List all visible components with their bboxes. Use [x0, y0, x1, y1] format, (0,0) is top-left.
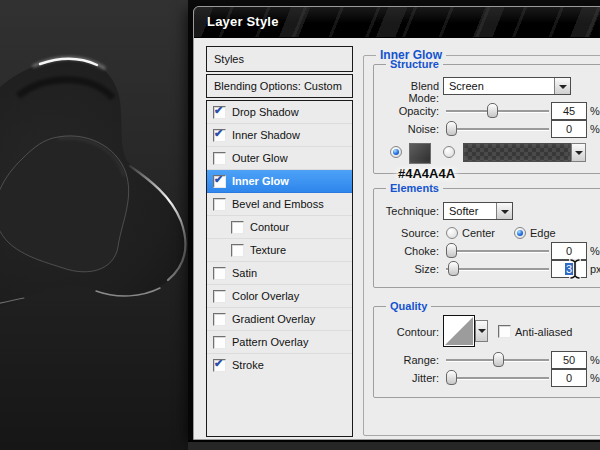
size-slider-thumb[interactable]: [448, 261, 459, 276]
range-input[interactable]: 50: [551, 351, 587, 369]
checkbox[interactable]: ✔: [231, 221, 244, 234]
range-unit: %: [590, 354, 600, 366]
checkbox[interactable]: ✔: [213, 267, 226, 280]
technique-label: Technique:: [378, 205, 439, 217]
style-item-inner-shadow[interactable]: ✔ Inner Shadow: [207, 124, 352, 147]
style-item-label: Inner Shadow: [232, 129, 300, 141]
style-item-label: Gradient Overlay: [232, 313, 315, 325]
source-row: Source: Center Edge: [378, 224, 600, 242]
noise-input[interactable]: 0: [551, 120, 587, 138]
jitter-input[interactable]: 0: [551, 369, 587, 387]
style-item-pattern-overlay[interactable]: ✔ Pattern Overlay: [207, 331, 352, 354]
styles-list: ✔ Drop Shadow ✔ Inner Shadow ✔ Outer Glo…: [206, 100, 353, 437]
style-item-label: Drop Shadow: [232, 106, 299, 118]
source-center-radio[interactable]: [446, 227, 458, 239]
blending-options-row[interactable]: Blending Options: Custom: [206, 74, 353, 98]
source-edge-radio[interactable]: [514, 227, 526, 239]
opacity-unit: %: [590, 105, 600, 117]
style-item-bevel-and-emboss[interactable]: ✔ Bevel and Emboss: [207, 193, 352, 216]
source-center-label: Center: [462, 227, 495, 239]
checkbox[interactable]: ✔: [213, 198, 226, 211]
jitter-slider[interactable]: [446, 369, 549, 387]
choke-slider-thumb[interactable]: [446, 243, 457, 258]
style-item-label: Contour: [250, 221, 289, 233]
opacity-slider-thumb[interactable]: [487, 103, 498, 118]
dropdown-arrow-icon[interactable]: [496, 203, 512, 219]
contour-arrow-icon[interactable]: [475, 320, 488, 342]
color-annotation: #4A4A4A: [398, 166, 455, 181]
checkbox[interactable]: ✔: [213, 290, 226, 303]
technique-dropdown[interactable]: Softer: [443, 202, 513, 220]
style-item-label: Outer Glow: [232, 152, 288, 164]
style-item-inner-glow[interactable]: ✔ Inner Glow: [207, 170, 352, 193]
color-radio[interactable]: [390, 146, 402, 158]
checkbox[interactable]: ✔: [213, 129, 226, 142]
opacity-slider[interactable]: [446, 102, 549, 120]
dialog-titlebar[interactable]: Layer Style: [194, 7, 600, 38]
text-cursor-icon: [568, 257, 582, 281]
range-slider[interactable]: [446, 351, 549, 369]
elements-legend: Elements: [386, 182, 443, 194]
style-item-texture[interactable]: ✔ Texture: [207, 239, 352, 262]
range-label: Range:: [378, 354, 439, 366]
source-label: Source:: [378, 227, 439, 239]
choke-label: Choke:: [378, 245, 439, 257]
checkbox[interactable]: ✔: [231, 244, 244, 257]
opacity-input[interactable]: 45: [551, 102, 587, 120]
technique-value: Softer: [449, 205, 478, 217]
noise-slider-thumb[interactable]: [446, 121, 457, 136]
checkbox[interactable]: ✔: [213, 313, 226, 326]
style-item-contour[interactable]: ✔ Contour: [207, 216, 352, 239]
glossy-shape-image: [0, 0, 195, 450]
style-item-label: Color Overlay: [232, 290, 299, 302]
blend-mode-dropdown[interactable]: Screen: [443, 77, 571, 95]
style-item-label: Bevel and Emboss: [232, 198, 324, 210]
range-row: Range: 50 %: [378, 351, 600, 369]
screenshot: Layer Style Styles Blending Options: Cus…: [0, 0, 600, 450]
opacity-label: Opacity:: [378, 105, 439, 117]
blend-mode-row: Blend Mode: Screen: [378, 77, 600, 95]
blending-options-label: Blending Options: Custom: [207, 75, 352, 92]
style-item-label: Pattern Overlay: [232, 336, 308, 348]
checkbox[interactable]: ✔: [213, 175, 226, 188]
glow-color-swatch[interactable]: [409, 143, 431, 164]
size-unit: px: [590, 263, 600, 275]
gradient-radio[interactable]: [443, 146, 455, 158]
document-canvas: [0, 0, 195, 450]
source-edge-label: Edge: [530, 227, 556, 239]
dialog-body: Styles Blending Options: Custom ✔ Drop S…: [194, 38, 600, 439]
canvas-strip: [188, 440, 600, 450]
style-item-label: Texture: [250, 244, 286, 256]
contour-row: Contour: Anti-aliased: [378, 315, 600, 349]
style-item-label: Inner Glow: [232, 175, 289, 187]
dialog-title: Layer Style: [207, 14, 279, 29]
checkbox[interactable]: ✔: [213, 106, 226, 119]
styles-header: Styles: [206, 46, 353, 72]
jitter-label: Jitter:: [378, 372, 439, 384]
contour-thumbnail[interactable]: [443, 315, 475, 347]
dropdown-arrow-icon[interactable]: [554, 78, 570, 94]
noise-row: Noise: 0 %: [378, 120, 600, 138]
style-item-gradient-overlay[interactable]: ✔ Gradient Overlay: [207, 308, 352, 331]
range-slider-thumb[interactable]: [493, 352, 504, 367]
antialiased-checkbox[interactable]: [498, 325, 511, 338]
glow-gradient-bar[interactable]: [463, 143, 571, 162]
noise-slider[interactable]: [446, 120, 549, 138]
styles-header-label: Styles: [207, 47, 352, 65]
style-item-drop-shadow[interactable]: ✔ Drop Shadow: [207, 101, 352, 124]
style-item-outer-glow[interactable]: ✔ Outer Glow: [207, 147, 352, 170]
checkbox[interactable]: ✔: [213, 336, 226, 349]
checkbox[interactable]: ✔: [213, 152, 226, 165]
choke-unit: %: [590, 245, 600, 257]
size-slider[interactable]: [446, 260, 549, 278]
style-item-color-overlay[interactable]: ✔ Color Overlay: [207, 285, 352, 308]
choke-slider[interactable]: [446, 242, 549, 260]
jitter-slider-thumb[interactable]: [446, 370, 457, 385]
gradient-arrow-icon[interactable]: [571, 143, 586, 162]
jitter-row: Jitter: 0 %: [378, 369, 600, 387]
technique-row: Technique: Softer: [378, 202, 600, 220]
style-item-stroke[interactable]: ✔ Stroke: [207, 354, 352, 376]
style-item-satin[interactable]: ✔ Satin: [207, 262, 352, 285]
checkbox[interactable]: ✔: [213, 359, 226, 372]
glow-color-row: [378, 143, 600, 163]
